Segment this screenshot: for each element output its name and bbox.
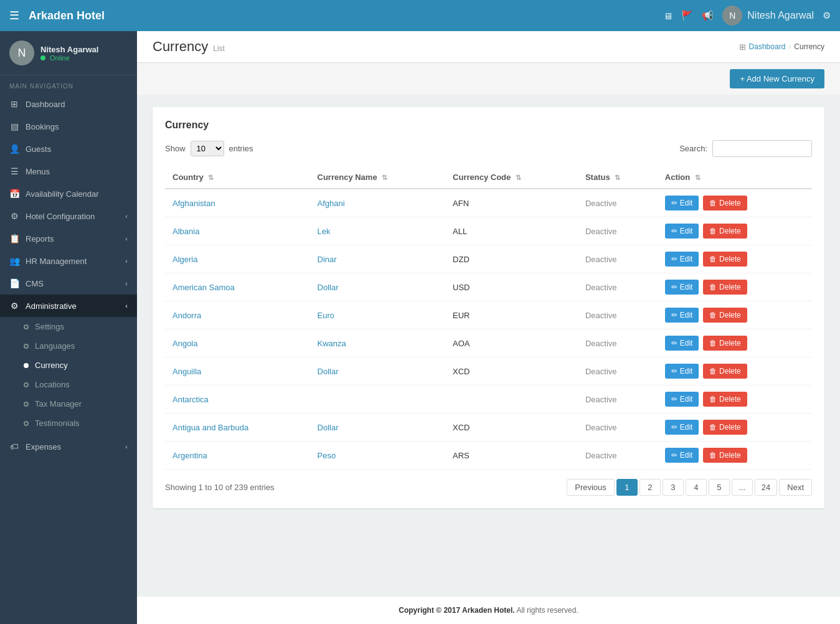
hamburger-icon[interactable]: ☰	[9, 9, 19, 22]
table-row: Antarctica Deactive ✏ Edit 🗑 Delete	[165, 385, 812, 414]
expenses-icon: 🏷	[9, 442, 19, 451]
edit-button[interactable]: ✏ Edit	[665, 280, 699, 295]
notifications-icon[interactable]: 🖥	[663, 11, 672, 21]
sub-dot-icon	[24, 324, 29, 329]
sidebar-item-availability[interactable]: 📅 Availability Calendar	[0, 182, 137, 205]
delete-button[interactable]: 🗑 Delete	[703, 420, 747, 435]
add-currency-button[interactable]: + Add New Currency	[730, 69, 824, 88]
sub-dot-icon	[24, 421, 29, 426]
delete-button[interactable]: 🗑 Delete	[703, 364, 747, 379]
sidebar-item-dashboard[interactable]: ⊞ Dashboard	[0, 93, 137, 115]
sidebar-sub-languages[interactable]: Languages	[0, 336, 137, 356]
edit-button[interactable]: ✏ Edit	[665, 364, 699, 379]
sidebar-item-label: Expenses	[26, 442, 119, 451]
menus-icon: ☰	[9, 166, 19, 176]
page-1-button[interactable]: 1	[616, 479, 638, 496]
next-button[interactable]: Next	[779, 479, 812, 496]
config-icon: ⚙	[9, 211, 19, 221]
delete-button[interactable]: 🗑 Delete	[703, 224, 747, 239]
col-action[interactable]: Action ⇅	[658, 166, 812, 189]
edit-button[interactable]: ✏ Edit	[665, 392, 699, 407]
cell-country: Algeria	[165, 245, 310, 273]
delete-button[interactable]: 🗑 Delete	[703, 252, 747, 267]
col-country[interactable]: Country ⇅	[165, 166, 310, 189]
edit-icon: ✏	[671, 423, 677, 432]
search-label: Search:	[679, 144, 707, 153]
cell-country: Anguilla	[165, 357, 310, 385]
edit-button[interactable]: ✏ Edit	[665, 420, 699, 435]
top-username: Nitesh Agarwal	[747, 10, 814, 21]
sidebar-item-guests[interactable]: 👤 Guests	[0, 138, 137, 160]
table-row: Angola Kwanza AOA Deactive ✏ Edit 🗑 Dele…	[165, 329, 812, 357]
search-input[interactable]	[712, 140, 812, 157]
calendar-icon: 📅	[9, 189, 19, 199]
reports-icon: 📋	[9, 234, 19, 243]
sidebar-item-label: Menus	[26, 167, 128, 176]
edit-button[interactable]: ✏ Edit	[665, 224, 699, 239]
sidebar-item-label: Dashboard	[26, 100, 128, 109]
col-currency-name[interactable]: Currency Name ⇅	[310, 166, 446, 189]
table-footer: Showing 1 to 10 of 239 entries Previous …	[165, 479, 812, 496]
settings-icon[interactable]: ⚙	[823, 10, 831, 21]
page-3-button[interactable]: 3	[663, 479, 684, 496]
cell-status: Deactive	[578, 442, 658, 470]
sidebar-item-administrative[interactable]: ⚙ Administrative ‹	[0, 295, 137, 317]
trash-icon: 🗑	[709, 199, 717, 207]
sidebar-sub-locations[interactable]: Locations	[0, 375, 137, 394]
breadcrumb-dashboard[interactable]: Dashboard	[749, 42, 786, 51]
sidebar-item-reports[interactable]: 📋 Reports ‹	[0, 227, 137, 250]
delete-button[interactable]: 🗑 Delete	[703, 448, 747, 463]
entries-select[interactable]: 10 25 50 100	[191, 141, 224, 156]
trash-icon: 🗑	[709, 339, 717, 347]
edit-icon: ✏	[671, 255, 677, 263]
cell-country: Antigua and Barbuda	[165, 414, 310, 442]
cell-currency-name: Dollar	[310, 414, 446, 442]
page-header: Currency List ⊞ Dashboard › Currency	[137, 31, 840, 63]
trash-icon: 🗑	[709, 283, 717, 291]
col-currency-code[interactable]: Currency Code ⇅	[445, 166, 578, 189]
flag-icon[interactable]: 🚩	[681, 10, 693, 21]
sidebar-item-label: HR Management	[26, 257, 119, 266]
cell-action: ✏ Edit 🗑 Delete	[658, 189, 812, 217]
page-24-button[interactable]: 24	[755, 479, 777, 496]
edit-button[interactable]: ✏ Edit	[665, 448, 699, 463]
cell-action: ✏ Edit 🗑 Delete	[658, 301, 812, 329]
edit-button[interactable]: ✏ Edit	[665, 336, 699, 351]
sidebar-item-cms[interactable]: 📄 CMS ‹	[0, 272, 137, 295]
cell-currency-name: Dollar	[310, 273, 446, 301]
delete-button[interactable]: 🗑 Delete	[703, 196, 747, 210]
sidebar-item-label: CMS	[26, 279, 119, 288]
cell-status: Deactive	[578, 357, 658, 385]
sidebar-item-hr[interactable]: 👥 HR Management ‹	[0, 250, 137, 272]
col-status[interactable]: Status ⇅	[578, 166, 658, 189]
cell-currency-name: Afghani	[310, 189, 446, 217]
cell-country: Angola	[165, 329, 310, 357]
table-row: Albania Lek ALL Deactive ✏ Edit 🗑 Delete	[165, 217, 812, 245]
page-2-button[interactable]: 2	[639, 479, 661, 496]
edit-button[interactable]: ✏ Edit	[665, 196, 699, 210]
sub-dot-icon	[24, 363, 29, 368]
prev-button[interactable]: Previous	[567, 479, 615, 496]
delete-button[interactable]: 🗑 Delete	[703, 392, 747, 407]
sidebar-item-hotel-config[interactable]: ⚙ Hotel Configuration ‹	[0, 205, 137, 227]
sidebar-sub-settings[interactable]: Settings	[0, 317, 137, 336]
delete-button[interactable]: 🗑 Delete	[703, 280, 747, 295]
pagination: Previous 1 2 3 4 5 ... 24 Next	[567, 479, 812, 496]
sidebar-sub-testimonials[interactable]: Testimonials	[0, 414, 137, 433]
edit-button[interactable]: ✏ Edit	[665, 308, 699, 323]
sidebar-item-menus[interactable]: ☰ Menus	[0, 160, 137, 182]
edit-button[interactable]: ✏ Edit	[665, 252, 699, 267]
sidebar-item-expenses[interactable]: 🏷 Expenses ‹	[0, 435, 137, 458]
sidebar-sub-currency[interactable]: Currency	[0, 356, 137, 375]
user-info[interactable]: N Nitesh Agarwal	[722, 6, 814, 26]
page-4-button[interactable]: 4	[686, 479, 707, 496]
sidebar-sub-tax-manager[interactable]: Tax Manager	[0, 394, 137, 414]
cell-action: ✏ Edit 🗑 Delete	[658, 357, 812, 385]
megaphone-icon[interactable]: 📢	[702, 10, 714, 21]
cell-currency-code: XCD	[445, 414, 578, 442]
sub-label: Currency	[35, 361, 68, 370]
delete-button[interactable]: 🗑 Delete	[703, 336, 747, 351]
delete-button[interactable]: 🗑 Delete	[703, 308, 747, 323]
page-5-button[interactable]: 5	[709, 479, 730, 496]
sidebar-item-bookings[interactable]: ▤ Bookings	[0, 115, 137, 138]
